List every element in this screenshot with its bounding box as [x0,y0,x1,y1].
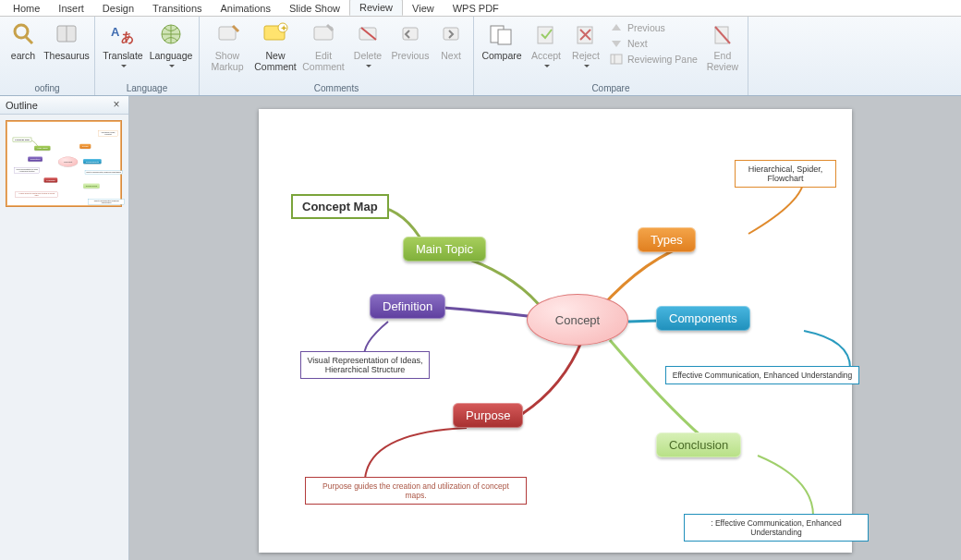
group-proofing-label: oofing [6,82,89,95]
next-comment-label: Next [441,50,461,61]
note-types[interactable]: Hierarchical, Spider, Flowchart [735,160,836,188]
group-comments: Show Markup ✦ New Comment Edit Comment D… [200,17,474,95]
compare-nav: Previous Next Reviewing Pane [607,18,699,67]
center-label: Concept [64,161,72,164]
panel-close-button[interactable]: × [110,99,123,112]
next-comment-button[interactable]: Next [434,18,468,61]
panel-tabs: Outline × [0,96,128,115]
group-compare-label: Compare [480,82,742,95]
tab-slideshow[interactable]: Slide Show [280,1,349,16]
tab-insert[interactable]: Insert [49,1,93,16]
tab-view[interactable]: View [403,1,444,16]
svg-rect-7 [219,27,236,40]
show-markup-label: Show Markup [207,50,248,72]
new-comment-label: New Comment [254,50,297,72]
node-types[interactable]: Types [638,227,696,252]
show-markup-icon [213,20,241,48]
slide-thumbnail[interactable]: Concept Map Concept Main Topic Definitio… [6,120,122,207]
tab-wpspdf[interactable]: WPS PDF [444,1,508,16]
delete-comment-button[interactable]: Delete [349,18,386,72]
thesaurus-label: Thesaurus [43,50,90,61]
research-button[interactable]: earch [6,18,41,61]
language-label: Language [150,50,193,72]
svg-text:✦: ✦ [280,23,287,33]
tab-design[interactable]: Design [93,1,143,16]
node-components[interactable]: Components [83,159,102,164]
note-definition[interactable]: Visual Representation of Ideas, Hierarch… [15,168,40,174]
reject-button[interactable]: Reject [568,18,603,72]
compare-label: Compare [481,50,521,61]
note-components[interactable]: Effective Communication, Enhanced Unders… [85,171,123,175]
note-types[interactable]: Hierarchical, Spider, Flowchart [98,131,117,137]
tab-review[interactable]: Review [349,0,403,16]
note-purpose[interactable]: Purpose guides the creation and utilizat… [305,477,527,505]
reviewing-pane[interactable]: Reviewing Pane [607,52,699,67]
svg-rect-18 [538,27,553,43]
canvas-area[interactable]: Concept Map Concept Main Topic Definitio… [129,96,961,560]
translate-button[interactable]: Aあ Translate [101,18,145,72]
tab-home[interactable]: Home [4,1,49,16]
slides-panel: Outline × [0,96,129,560]
note-conclusion[interactable]: : Effective Communication, Enhanced Unde… [89,200,125,205]
reviewing-pane-label: Reviewing Pane [627,54,698,65]
node-components[interactable]: Components [656,306,750,331]
tab-transitions[interactable]: Transitions [143,1,211,16]
menu-tabs: Home Insert Design Transitions Animation… [0,0,961,17]
new-comment-icon: ✦ [262,20,289,48]
node-conclusion[interactable]: Conclusion [656,432,741,457]
thesaurus-button[interactable]: Thesaurus [44,18,89,61]
center-node[interactable]: Concept [58,157,78,167]
svg-text:A: A [111,25,120,39]
svg-rect-17 [498,30,511,44]
group-proofing: earch Thesaurus oofing [0,17,95,95]
slide[interactable]: Concept Map Concept Main Topic Definitio… [259,109,852,553]
end-review-label: End Review [705,50,740,72]
group-compare: Compare Accept Reject Previous [474,17,748,95]
group-language: Aあ Translate Language Language [95,17,200,95]
compare-button[interactable]: Compare [480,18,524,61]
delete-comment-label: Delete [351,50,384,72]
node-definition[interactable]: Definition [370,294,445,319]
pane-icon [609,53,624,66]
node-conclusion[interactable]: Conclusion [83,184,100,189]
research-label: earch [11,50,35,61]
language-button[interactable]: Language [149,18,193,72]
note-components[interactable]: Effective Communication, Enhanced Unders… [665,366,859,384]
new-comment-button[interactable]: ✦ New Comment [253,18,298,72]
node-main-topic[interactable]: Main Topic [403,237,486,262]
node-main-topic[interactable]: Main Topic [34,146,50,151]
prev-comment-label: Previous [392,50,430,61]
title-box[interactable]: Concept Map [13,138,31,142]
accept-button[interactable]: Accept [528,18,565,72]
end-review-button[interactable]: End Review [703,18,742,72]
node-definition[interactable]: Definition [28,157,43,162]
workspace: Outline × [0,96,961,560]
reject-label: Reject [570,50,602,72]
svg-line-1 [26,37,32,43]
node-purpose[interactable]: Purpose [453,403,523,428]
center-node[interactable]: Concept [527,294,628,346]
edit-comment-label: Edit Comment [302,50,345,72]
node-purpose[interactable]: Purpose [44,177,58,182]
accept-icon [532,20,560,48]
svg-rect-15 [444,28,458,40]
prev-comment-button[interactable]: Previous [390,18,431,61]
next-comment-icon [437,20,465,48]
thesaurus-icon [53,20,80,48]
note-definition[interactable]: Visual Representation of Ideas, Hierarch… [300,351,430,379]
panel-tab-outline[interactable]: Outline [6,100,38,111]
center-label: Concept [555,313,600,327]
note-purpose[interactable]: Purpose guides the creation and utilizat… [16,192,58,198]
group-language-label: Language [101,82,193,95]
accept-label: Accept [529,50,563,72]
tab-animations[interactable]: Animations [212,1,280,16]
edit-comment-button[interactable]: Edit Comment [301,18,346,72]
compare-prev[interactable]: Previous [607,20,699,35]
note-conclusion[interactable]: : Effective Communication, Enhanced Unde… [684,514,869,542]
node-types[interactable]: Types [79,144,91,149]
ribbon: earch Thesaurus oofing Aあ Translate [0,17,961,96]
translate-label: Translate [103,50,143,72]
show-markup-button[interactable]: Show Markup [205,18,249,72]
title-box[interactable]: Concept Map [291,194,389,219]
compare-next[interactable]: Next [607,36,699,51]
